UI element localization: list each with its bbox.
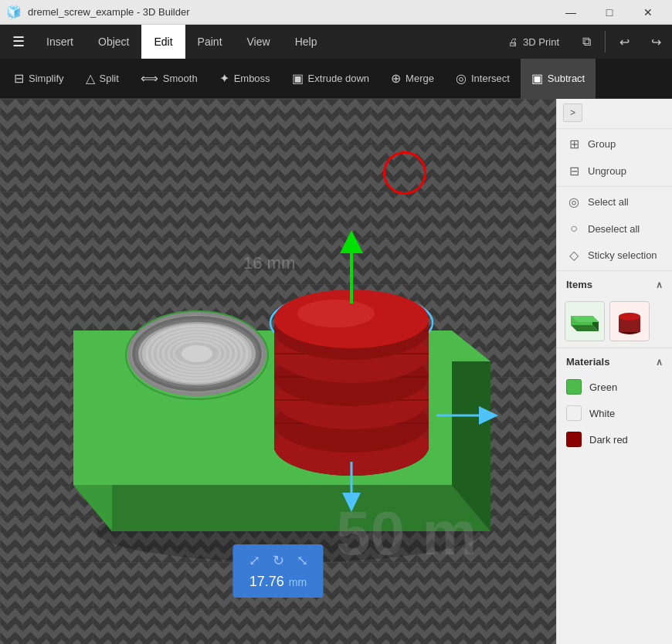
main-layout: 50 m 16 mm ⤢ ↻ ⤡ 17.76 mm — [0, 99, 672, 644]
items-label: Items — [566, 279, 592, 290]
scene-background: 50 m 16 mm ⤢ ↻ ⤡ 17.76 mm — [0, 99, 556, 644]
svg-point-50 — [619, 313, 640, 320]
item-green-thumb[interactable] — [565, 301, 605, 341]
panel-divider-1 — [557, 128, 672, 129]
materials-section-header[interactable]: Materials ∧ — [557, 350, 672, 374]
emboss-tool[interactable]: ✦ Emboss — [209, 59, 281, 99]
menu-item-object[interactable]: Object — [86, 25, 141, 59]
move-icon: ⤢ — [249, 552, 260, 569]
measurement-badge: ⤢ ↻ ⤡ 17.76 mm — [233, 544, 324, 598]
title-bar: 🧊 dremel_screw_example - 3D Builder — □ … — [0, 0, 672, 25]
extrude-label: Extrude down — [308, 73, 370, 84]
menu-item-view[interactable]: View — [235, 25, 283, 59]
simplify-icon: ⊟ — [14, 71, 24, 86]
split-tool[interactable]: △ Split — [75, 59, 130, 99]
print-label: 3D Print — [523, 36, 559, 48]
intersect-tool[interactable]: ◎ Intersect — [445, 59, 521, 99]
toolbar: ⊟ Simplify △ Split ⟺ Smooth ✦ Emboss ▣ E… — [0, 59, 672, 99]
rotate-icon: ↻ — [273, 552, 284, 569]
materials-label: Materials — [566, 356, 609, 368]
sticky-selection-icon: ◇ — [566, 248, 582, 263]
group-icon: ⊞ — [566, 137, 582, 151]
svg-text:16 mm: 16 mm — [243, 253, 295, 273]
smooth-icon: ⟺ — [141, 71, 158, 86]
panel-divider-2 — [557, 186, 672, 187]
ungroup-item[interactable]: ⊟ Ungroup — [557, 158, 672, 185]
select-all-label: Select all — [588, 196, 629, 208]
window-title: dremel_screw_example - 3D Builder — [28, 6, 190, 18]
svg-point-35 — [297, 300, 375, 327]
extrude-down-tool[interactable]: ▣ Extrude down — [281, 59, 381, 99]
deselect-all-icon: ○ — [566, 222, 582, 236]
panel-expand-button[interactable]: > — [563, 103, 582, 122]
menu-item-insert[interactable]: Insert — [34, 25, 86, 59]
merge-label: Merge — [406, 73, 434, 84]
ungroup-icon: ⊟ — [566, 164, 582, 178]
panel-divider-3 — [557, 270, 672, 271]
sticky-selection-label: Sticky selection — [588, 249, 657, 261]
split-label: Split — [100, 73, 119, 84]
sticky-selection-item[interactable]: ◇ Sticky selection — [557, 242, 672, 269]
menu-item-edit[interactable]: Edit — [141, 25, 185, 59]
maximize-button[interactable]: □ — [592, 0, 627, 25]
window-controls: — □ ✕ — [553, 0, 666, 25]
white-label: White — [589, 408, 615, 419]
panel-divider-4 — [557, 347, 672, 348]
menu-item-paint[interactable]: Paint — [185, 25, 235, 59]
deselect-all-label: Deselect all — [588, 223, 640, 235]
menu-item-help[interactable]: Help — [283, 25, 330, 59]
item-red-thumb[interactable] — [609, 301, 650, 341]
subtract-icon: ▣ — [531, 71, 543, 86]
dark-red-swatch — [566, 432, 582, 447]
menu-bar: ☰ Insert Object Edit Paint View Help 🖨 3… — [0, 25, 672, 59]
svg-point-17 — [182, 345, 212, 362]
close-button[interactable]: ✕ — [630, 0, 666, 25]
ungroup-label: Ungroup — [588, 165, 626, 177]
intersect-icon: ◎ — [456, 71, 467, 86]
dark-red-label: Dark red — [589, 434, 628, 446]
intersect-label: Intersect — [471, 73, 510, 84]
measure-icons: ⤢ ↻ ⤡ — [249, 552, 308, 569]
merge-icon: ⊕ — [391, 71, 401, 86]
scale-icon: ⤡ — [297, 552, 308, 569]
canvas-area[interactable]: 50 m 16 mm ⤢ ↻ ⤡ 17.76 mm — [0, 99, 556, 644]
select-all-icon: ◎ — [566, 195, 582, 209]
deselect-all-item[interactable]: ○ Deselect all — [557, 215, 672, 242]
white-swatch — [566, 405, 582, 421]
measure-number: 17.76 — [249, 574, 284, 590]
smooth-tool[interactable]: ⟺ Smooth — [130, 59, 209, 99]
hamburger-menu[interactable]: ☰ — [3, 33, 34, 50]
3d-print-button[interactable]: 🖨 3D Print — [499, 32, 568, 53]
title-bar-left: 🧊 dremel_screw_example - 3D Builder — [6, 5, 190, 19]
smooth-label: Smooth — [163, 73, 198, 84]
group-item[interactable]: ⊞ Group — [557, 130, 672, 158]
green-label: Green — [589, 381, 617, 393]
measure-unit: mm — [289, 576, 307, 588]
items-section-header[interactable]: Items ∧ — [557, 273, 672, 297]
extrude-icon: ▣ — [292, 71, 304, 86]
group-label: Group — [588, 138, 616, 150]
minimize-button[interactable]: — — [553, 0, 589, 25]
merge-tool[interactable]: ⊕ Merge — [380, 59, 445, 99]
select-all-item[interactable]: ◎ Select all — [557, 188, 672, 215]
subtract-label: Subtract — [548, 73, 585, 84]
material-white[interactable]: White — [557, 400, 672, 426]
emboss-label: Emboss — [234, 73, 270, 84]
svg-text:50 m: 50 m — [336, 499, 477, 568]
split-icon: △ — [86, 71, 95, 86]
items-collapse-icon: ∧ — [656, 280, 663, 290]
materials-collapse-icon: ∧ — [656, 357, 663, 368]
subtract-tool[interactable]: ▣ Subtract — [521, 59, 596, 99]
simplify-tool[interactable]: ⊟ Simplify — [3, 59, 75, 99]
undo-button[interactable]: ↩ — [612, 30, 637, 54]
material-dark-red[interactable]: Dark red — [557, 426, 672, 452]
material-green[interactable]: Green — [557, 374, 672, 400]
print-icon: 🖨 — [508, 36, 518, 48]
emboss-icon: ✦ — [219, 71, 229, 86]
redo-button[interactable]: ↪ — [643, 30, 669, 54]
share-button[interactable]: ⧉ — [575, 30, 599, 53]
menu-right: 🖨 3D Print ⧉ ↩ ↪ — [499, 30, 669, 54]
green-swatch — [566, 379, 582, 395]
simplify-label: Simplify — [29, 73, 64, 84]
measure-value: 17.76 mm — [249, 574, 307, 590]
